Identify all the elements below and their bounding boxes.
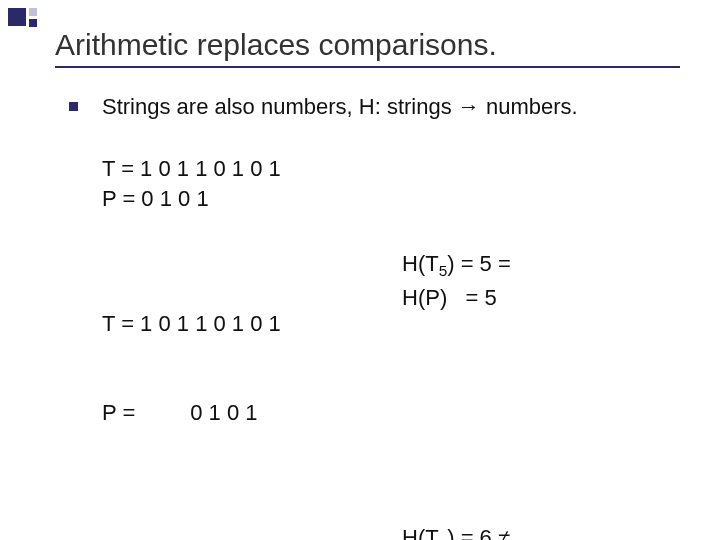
example-2-right: H(T5) = 5 = H(P) = 5 bbox=[402, 249, 511, 312]
corner-decoration bbox=[8, 8, 37, 27]
slide-title: Arithmetic replaces comparisons. bbox=[55, 28, 680, 62]
bullet-text-1: Strings are also numbers, H: strings → n… bbox=[102, 94, 578, 120]
example-block-1: T = 1 0 1 1 0 1 0 1 P = 0 1 0 1 bbox=[102, 154, 680, 213]
slide: Arithmetic replaces comparisons. Strings… bbox=[0, 0, 720, 540]
bullet-row-1: Strings are also numbers, H: strings → n… bbox=[69, 94, 680, 120]
hash-t2: H(T2) = 6 ≠ bbox=[402, 523, 510, 540]
example-2-left: T = 1 0 1 1 0 1 0 1 P = 0 1 0 1 bbox=[102, 249, 402, 487]
square-bullet-icon bbox=[69, 102, 78, 111]
hash-p-2: H(P) = 5 bbox=[402, 283, 511, 313]
example-block-3: T = 1 0 1 1 0 1 0 1 P = 0 1 0 1 H(T2) = … bbox=[102, 523, 680, 540]
p-string-1: P = 0 1 0 1 bbox=[102, 184, 680, 214]
t-string-2: T = 1 0 1 1 0 1 0 1 bbox=[102, 309, 402, 339]
example-3-left: T = 1 0 1 1 0 1 0 1 P = 0 1 0 1 bbox=[102, 523, 402, 540]
hash-t5: H(T5) = 5 = bbox=[402, 249, 511, 282]
example-block-2: T = 1 0 1 1 0 1 0 1 P = 0 1 0 1 H(T5) = … bbox=[102, 249, 680, 487]
title-rule bbox=[55, 66, 680, 68]
example-3-right: H(T2) = 6 ≠ H(P) = 5 bbox=[402, 523, 510, 540]
t-string-1: T = 1 0 1 1 0 1 0 1 bbox=[102, 154, 680, 184]
slide-body: Strings are also numbers, H: strings → n… bbox=[55, 94, 680, 540]
p-string-2: P = 0 1 0 1 bbox=[102, 398, 402, 428]
